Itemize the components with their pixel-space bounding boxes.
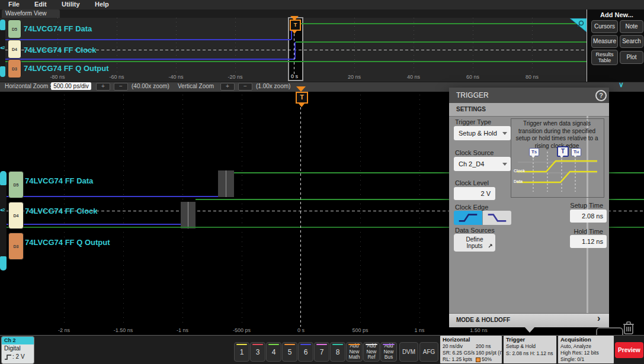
gridline <box>235 18 236 73</box>
channel-button-4[interactable]: 4 <box>266 342 281 362</box>
menu-utility[interactable]: Utility <box>62 1 80 8</box>
diagram-data-label: Data <box>514 179 523 183</box>
horizontal-summary-box[interactable]: Horizontal 20 ns/div 200 ns SR: 6.25 GS/… <box>440 335 502 364</box>
trigger-position-line <box>294 34 294 74</box>
axis-tick: 1 ns <box>414 327 424 333</box>
axis-tick: 60 ns <box>466 74 479 80</box>
menu-file[interactable]: File <box>8 1 20 8</box>
channel-group-grip[interactable] <box>0 171 7 270</box>
falling-edge-button[interactable] <box>483 211 511 225</box>
acquisition-single: Single: 0/1 <box>560 356 584 362</box>
hzoom-minus-button[interactable]: − <box>114 83 128 91</box>
sample-rate: SR: 6.25 GS/s <box>443 350 475 356</box>
plot-button[interactable]: Plot <box>620 51 643 64</box>
grip-top-handle[interactable] <box>0 171 7 185</box>
channel-button-5[interactable]: 5 <box>282 342 297 362</box>
trigger-source-marker: ◂2 <box>0 45 5 50</box>
channel-color-bar <box>268 344 279 345</box>
clock-level-label: Clock Level <box>455 179 489 186</box>
menu-edit[interactable]: Edit <box>34 1 47 8</box>
channel-color-bar <box>252 344 263 345</box>
magnifier-icon <box>570 18 587 32</box>
search-button[interactable]: Search <box>620 35 643 48</box>
grip-bottom-handle[interactable] <box>0 66 5 77</box>
channel-button-1[interactable]: 1 <box>234 342 249 362</box>
horizontal-zoom-scale-input[interactable]: 500.00 ps/div <box>51 82 91 90</box>
channel-label-qoutput[interactable]: 74LVCG74 FF Q Output <box>24 64 109 73</box>
clock-level-field[interactable]: 2 V <box>454 187 495 200</box>
clock-transition-edge <box>188 202 188 228</box>
diagram-clock-label: Clock <box>514 169 525 173</box>
channel-label-clock[interactable]: 74LVCG74 FF Clock <box>24 46 97 54</box>
trigger-summary-box[interactable]: Trigger Setup & Hold S: 2.08 ns H: 1.12 … <box>503 335 557 364</box>
trigger-type-dropdown[interactable]: Setup & Hold <box>454 126 511 140</box>
clock-source-dropdown[interactable]: Ch 2_D4 <box>454 157 511 171</box>
gridline <box>354 18 355 73</box>
channel-badge-d5[interactable]: D5 <box>8 20 21 38</box>
rising-edge-icon <box>457 212 479 223</box>
channel-button-3[interactable]: 3 <box>250 342 265 362</box>
flag-tail <box>573 155 577 157</box>
acquisition-summary-box[interactable]: Acquisition Auto, Analyze High Res: 12 b… <box>558 335 614 364</box>
define-inputs-button[interactable]: Define Inputs <box>454 234 495 252</box>
results-table-button[interactable]: Results Table <box>591 50 618 65</box>
add-new-ref-button[interactable]: Add New Ref <box>363 342 380 362</box>
channel-label-clock[interactable]: 74LVCG74 FF Clock <box>25 207 98 215</box>
channel-badge-d4[interactable]: D4 <box>8 40 21 59</box>
channel-label-data[interactable]: 74LVCG74 FF Data <box>24 24 92 33</box>
note-button[interactable]: Note <box>620 20 643 33</box>
hold-time-field[interactable]: 1.12 ns <box>570 235 607 248</box>
trigger-position-percent: 50% <box>482 356 492 362</box>
vzoom-plus-button[interactable]: + <box>220 83 235 91</box>
help-icon[interactable]: ? <box>595 90 607 101</box>
trigger-marker-arrow[interactable] <box>296 86 306 92</box>
clock-wave-low-segment <box>0 59 294 60</box>
channel-label-qoutput[interactable]: 74LVCG74 FF Q Output <box>25 238 110 247</box>
clock-source-label: Clock Source <box>455 149 494 156</box>
hzoom-plus-button[interactable]: + <box>96 83 110 91</box>
channel-badge-d4[interactable]: D4 <box>8 202 24 229</box>
menu-help[interactable]: Help <box>95 1 109 8</box>
cursors-button[interactable]: Cursors <box>591 20 618 33</box>
preview-button[interactable]: Preview <box>615 342 643 358</box>
rising-edge-button[interactable] <box>454 211 482 225</box>
channel-label-data[interactable]: 74LVCG74 FF Data <box>25 176 93 185</box>
clock-edge-label: Clock Edge <box>455 204 488 211</box>
channel-color-bar <box>316 344 327 345</box>
dvm-button[interactable]: DVM <box>399 342 418 362</box>
measure-button[interactable]: Measure <box>591 35 618 48</box>
channel-button-6[interactable]: 6 <box>298 342 313 362</box>
gridline <box>414 18 414 73</box>
channel-badge-d5[interactable]: D5 <box>8 171 24 198</box>
setup-time-field[interactable]: 2.08 ns <box>570 210 607 223</box>
add-new-math-button[interactable]: Add New Math <box>346 342 363 362</box>
grip-top-handle[interactable] <box>0 20 5 30</box>
tab-waveform-view[interactable]: Waveform View <box>2 9 60 18</box>
gridline <box>473 18 473 73</box>
trigger-type-summary: Setup & Hold <box>506 343 536 349</box>
channel-badge-d3[interactable]: D3 <box>8 59 21 78</box>
channel-button-7[interactable]: 7 <box>314 342 329 362</box>
channel-button-8[interactable]: 8 <box>330 342 345 362</box>
horizontal-window: 200 ns <box>476 343 491 349</box>
chevron-right-icon[interactable]: › <box>597 313 600 324</box>
ch2-badge-body: Digital : 2 V <box>2 344 34 363</box>
channel-color-bar <box>332 344 343 345</box>
grip-bottom-handle[interactable] <box>0 256 7 270</box>
add-new-bus-button[interactable]: Add New Bus <box>380 342 397 362</box>
zoom-overview-corner[interactable] <box>570 18 587 34</box>
acquisition-resolution: High Res: 12 bits <box>560 350 599 356</box>
trigger-marker-icon[interactable]: T <box>290 20 301 31</box>
axis-tick: -60 ns <box>109 74 124 80</box>
channel-badge-d3[interactable]: D3 <box>8 233 24 260</box>
channel-color-bar <box>383 344 395 345</box>
ch2-badge[interactable]: Ch 2 Digital : 2 V <box>1 336 34 364</box>
clock-wave-rise <box>294 42 296 59</box>
clock-wave-low-segment <box>0 224 181 225</box>
collapse-chevron-icon[interactable]: ∨ <box>619 80 624 89</box>
afg-button[interactable]: AFG <box>419 342 438 362</box>
hzoom-factor-label: (40.00x zoom) <box>132 83 169 89</box>
trigger-marker-icon[interactable]: T <box>296 92 308 104</box>
data-sources-label: Data Sources <box>455 227 495 234</box>
vzoom-minus-button[interactable]: − <box>238 83 252 91</box>
